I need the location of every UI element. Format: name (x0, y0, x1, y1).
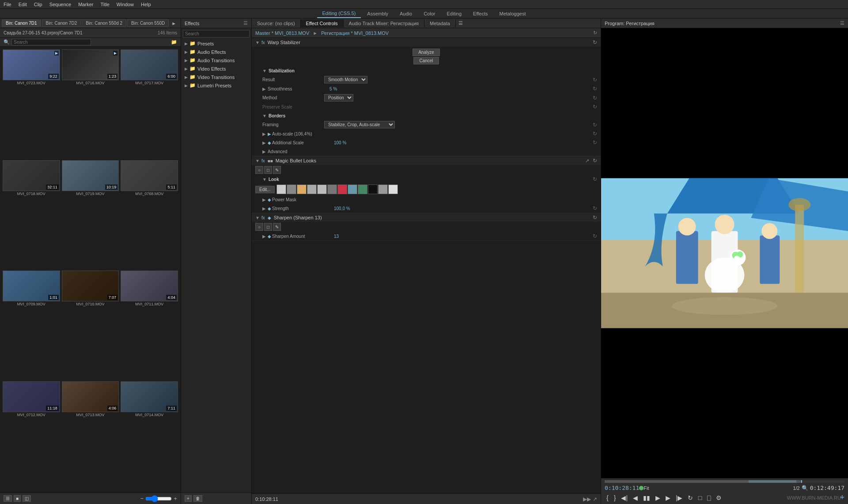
reset-icon[interactable]: ↻ (593, 30, 597, 36)
bin-tab-7d2[interactable]: Bin: Canon 7D2 (42, 19, 81, 27)
step-back-btn[interactable]: ◀ (631, 493, 640, 502)
collapse-icon[interactable]: ▼ (262, 177, 267, 182)
pen-tool-btn[interactable]: ✎ (273, 223, 281, 231)
collapse-icon[interactable]: ▼ (255, 158, 260, 163)
look-swatch[interactable] (307, 184, 317, 194)
bin-tab-550d[interactable]: Bin: Canon 550D (127, 19, 169, 27)
list-item[interactable]: 4:04 MVI_0711.MOV (120, 270, 179, 380)
loop-btn[interactable]: ↻ (686, 493, 695, 502)
expand-icon[interactable]: ▶ (262, 140, 266, 145)
look-swatch[interactable] (388, 184, 398, 194)
workspace-tab-effects[interactable]: Effects (468, 10, 493, 18)
zoom-in-btn[interactable]: + (174, 495, 177, 502)
look-swatch[interactable] (297, 184, 307, 194)
menu-marker[interactable]: Marker (78, 2, 93, 7)
square-tool-btn[interactable]: □ (264, 223, 272, 231)
reset-icon[interactable]: ↻ (593, 131, 597, 137)
look-swatch[interactable] (327, 184, 337, 194)
metadata-view-btn[interactable]: ◫ (23, 495, 31, 502)
reset-icon[interactable]: ↻ (593, 104, 597, 110)
list-view-btn[interactable]: ☰ (4, 495, 12, 502)
new-bin-btn[interactable]: + (185, 495, 192, 502)
effects-search-input[interactable] (183, 30, 250, 38)
param-value[interactable]: 13 (334, 234, 593, 239)
menu-file[interactable]: File (4, 2, 11, 7)
effects-item-lumetri-presets[interactable]: ▶ 📁 Lumetri Presets (181, 81, 251, 90)
workspace-tab-color[interactable]: Color (418, 10, 440, 18)
reset-icon[interactable]: ↻ (593, 77, 597, 83)
list-item[interactable]: 6:00 MVI_0717.MOV (120, 49, 179, 159)
expand-icon[interactable]: ▶ (262, 234, 266, 239)
zoom-icon[interactable]: 🔍 (802, 485, 808, 491)
list-item[interactable]: 7:11 MVI_0714.MOV (120, 380, 179, 491)
expand-icon[interactable]: ▶ (262, 87, 266, 91)
export-frame-btn[interactable]: ⎕ (705, 493, 712, 502)
master-clip-name[interactable]: Master * MVI_0813.MOV (255, 30, 309, 36)
param-value[interactable]: 5 % (329, 87, 593, 91)
fx-reset-icon[interactable]: ↻ (593, 214, 597, 221)
tab-audio-track-mixer[interactable]: Audio Track Mixer: Регистрация (344, 19, 424, 27)
fx-reset-icon[interactable]: ↻ (593, 158, 597, 164)
reset-icon[interactable]: ↻ (593, 176, 597, 182)
edit-tool-btn[interactable]: ✎ (273, 166, 281, 174)
program-progress-bar[interactable] (605, 480, 844, 483)
effects-item-audio-transitions[interactable]: ▶ 📁 Audio Transitions (181, 56, 251, 64)
menu-sequence[interactable]: Sequence (49, 2, 72, 7)
menu-help[interactable]: Help (141, 2, 151, 7)
circle-tool-btn[interactable]: ○ (255, 223, 263, 231)
list-item[interactable]: 1:01 MVI_0709.MOV (2, 270, 61, 380)
reset-icon[interactable]: ↻ (593, 139, 597, 146)
stop-btn[interactable]: ▮▮ (641, 493, 652, 502)
menu-title[interactable]: Title (100, 2, 109, 7)
workspace-tab-editing[interactable]: Editing (441, 10, 467, 18)
result-dropdown[interactable]: Smooth Motion (324, 76, 367, 83)
analyze-button[interactable]: Analyze (413, 49, 440, 56)
bin-tab-550d2[interactable]: Bin: Canon 550d 2 (82, 19, 126, 27)
menu-edit[interactable]: Edit (19, 2, 27, 7)
bin-search-input[interactable] (11, 39, 91, 45)
workspace-tab-assembly[interactable]: Assembly (362, 10, 394, 18)
edit-look-btn[interactable]: Edit... (255, 186, 275, 193)
tab-source[interactable]: Source: (no clips) (252, 19, 301, 27)
look-swatch[interactable] (378, 184, 388, 194)
cancel-button[interactable]: Cancel (413, 57, 439, 64)
look-swatch[interactable] (276, 184, 286, 194)
workspace-tab-editing-css[interactable]: Editing (CSS.5) (317, 9, 361, 18)
effects-item-presets[interactable]: ▶ 📁 Presets (181, 39, 251, 48)
play-btn[interactable]: ▶ (654, 493, 662, 502)
list-item[interactable]: 11:18 MVI_0712.MOV (2, 380, 61, 491)
param-value[interactable]: 100,0 % (334, 206, 593, 211)
expand-icon[interactable]: ▶ (262, 149, 266, 154)
fx-reset-icon[interactable]: ↻ (593, 39, 597, 45)
workspace-tab-metaloggest[interactable]: Metaloggest (494, 10, 531, 18)
reset-icon[interactable]: ↻ (593, 86, 597, 92)
effects-item-video-transitions[interactable]: ▶ 📁 Video Transitions (181, 73, 251, 81)
mark-in-btn[interactable]: { (605, 493, 610, 502)
list-item[interactable]: 4:06 MVI_0713.MOV (61, 380, 120, 491)
list-item[interactable]: 9:22 ▶ MVI_0723.MOV (2, 49, 61, 159)
reset-icon[interactable]: ↻ (593, 122, 597, 128)
method-dropdown[interactable]: Position (324, 94, 353, 102)
effects-item-video-effects[interactable]: ▶ 📁 Video Effects (181, 64, 251, 73)
look-swatch[interactable] (287, 184, 296, 194)
expand-icon[interactable]: ▶ (262, 197, 266, 202)
mark-out-btn[interactable]: } (612, 493, 618, 502)
panel-menu-icon[interactable]: ☰ (840, 20, 844, 26)
export-icon[interactable]: ↗ (585, 158, 589, 164)
icon-view-btn[interactable]: ■ (14, 495, 21, 502)
menu-window[interactable]: Window (117, 2, 134, 7)
workspace-tab-audio[interactable]: Audio (394, 10, 417, 18)
zoom-slider[interactable] (145, 495, 172, 502)
settings-btn[interactable]: ⚙ (714, 493, 723, 502)
list-item[interactable]: 10:19 MVI_0719.MOV (61, 159, 120, 270)
framing-dropdown[interactable]: Stabilize, Crop, Auto-scale (324, 121, 395, 128)
reset-icon[interactable]: ↻ (593, 233, 597, 239)
collapse-icon[interactable]: ▼ (255, 215, 260, 220)
menu-clip[interactable]: Clip (34, 2, 42, 7)
step-forward-btn[interactable]: ▶ (664, 493, 672, 502)
look-swatch[interactable] (368, 184, 378, 194)
effects-item-audio-effects[interactable]: ▶ 📁 Audio Effects (181, 48, 251, 56)
program-timecode[interactable]: 0:10:28:11 (605, 485, 639, 491)
tab-metadata[interactable]: Metadata (424, 19, 456, 27)
list-item[interactable]: 7:07 MVI_0710.MOV (61, 270, 120, 380)
